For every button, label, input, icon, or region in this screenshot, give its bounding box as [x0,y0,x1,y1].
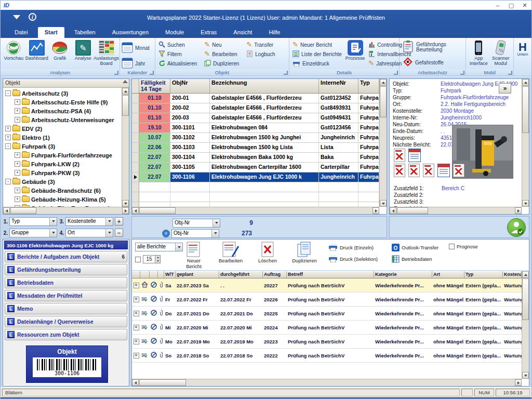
row-selector-cell[interactable] [132,123,139,132]
object-table-row[interactable]: 22.07300-1106Elektrohubwagen Jung EJC 10… [132,172,379,182]
detail-vertical-scrollbar[interactable] [522,79,529,207]
duplizieren-toolbar-button[interactable]: Duplizieren [289,241,320,263]
app-interface-button[interactable]: App Interface [468,39,490,69]
tree-item[interactable]: +Arbeitsschutz-PSA (4) [3,107,122,115]
tree-item[interactable]: +Fuhrpark-PKW (3) [3,168,122,177]
bearbeiten-button[interactable]: ✎ Bearbeiten [203,50,241,58]
filter-ort-dropdown[interactable]: Ort [65,229,113,237]
object-table-row[interactable]: 10.07300-1102Elektrohubwagen 1500 kg Jun… [132,133,379,143]
row-expander[interactable] [132,325,140,330]
tree-item[interactable]: -Arbeitsschutz (3) [3,89,122,98]
report-row[interactable]: Sa22.07.2023 Sa. .20227Prüfung nach Betr… [132,278,522,292]
column-objnr[interactable]: ObjNr [170,79,210,93]
col-geplant[interactable]: geplant [176,271,219,278]
duplizieren-button[interactable]: Duplizieren [203,59,241,68]
col-auftrag[interactable]: Auftrag [263,271,287,278]
report-row[interactable]: ✉Fr22.07.2022 Fr22.07.2022 Fr20226Prüfun… [132,292,522,307]
tree-expander-icon[interactable]: + [15,196,20,202]
column-bezeichnung[interactable]: Bezeichnung [210,79,319,93]
sidebar-item[interactable]: EGefährdungsbeurteilung [5,264,127,275]
row-expander[interactable] [132,311,140,316]
tree-item[interactable]: +Elektro (1) [3,133,122,142]
scanner-modul-button[interactable]: Scanner Modul [490,39,512,69]
menu-start[interactable]: Start [38,27,64,38]
prognose-checkbox[interactable]: Prognose [449,244,478,249]
minimize-button[interactable]: – [491,2,504,8]
tree-column-header[interactable]: Objekt [3,79,129,88]
menu-auswertungen[interactable]: Auswertungen [105,27,155,38]
einzeldruck-button[interactable]: Einzeldruck [291,59,343,68]
col-durchgefuehrt[interactable]: durchgeführt [219,271,263,278]
tree-expander-icon[interactable]: + [15,117,20,123]
analyse-button[interactable]: ✎ Analyse [72,39,95,69]
pdf-doc-icon[interactable] [423,164,434,177]
row-expander[interactable] [132,297,140,302]
menu-tabellen[interactable]: Tabellen [68,27,102,38]
col-typ[interactable]: Typ [464,271,503,278]
tree-item[interactable]: +Fuhrpark-Flurförderfahrzeuge [3,151,122,159]
object-table-vertical-scrollbar[interactable] [379,79,387,207]
col-art[interactable]: Art [432,271,464,278]
report-row[interactable]: ✉Mi22.07.2020 Mi22.07.2020 Mi20224Prüfun… [132,321,522,335]
betriebsdaten-button[interactable]: Betriebsdaten [392,255,432,263]
row-selector-cell[interactable] [132,153,139,162]
tree-expander-icon[interactable]: + [15,170,20,176]
liste-der-berichte-button[interactable]: Liste der Berichte [291,50,343,58]
auslastungsboard-button[interactable]: Auslastungs Board [95,39,118,69]
row-selector-cell[interactable] [132,133,139,142]
dialog-launcher-icon[interactable] [394,71,398,75]
schedule-icon[interactable] [437,164,450,177]
pdf-doc-icon[interactable] [394,164,405,177]
sidebar-item[interactable]: EBetriebsdaten [5,277,127,288]
filter-kostenstelle-dropdown[interactable]: Kostenstelle [65,217,113,226]
row-selector-cell[interactable] [132,163,139,172]
neuer-bericht-button[interactable]: ✎ Neuer Bericht [291,41,343,49]
menu-ansicht[interactable]: Ansicht [227,27,259,38]
page-size-spinner[interactable]: 15 [143,255,161,263]
sidebar-item[interactable]: EBerichte / Aufgaben zum Objekt6 [5,251,127,262]
more-button[interactable]: » [499,83,511,94]
detail-horizontal-scrollbar[interactable] [390,207,522,214]
filter-gruppe-dropdown[interactable]: Gruppe [9,229,57,237]
attachment-doc-icon[interactable] [453,164,464,177]
col-kostenart[interactable]: Kostenart [503,271,522,278]
suchen-button[interactable]: Suchen [157,41,198,49]
report-row[interactable]: ✉Do22.07.2021 Do22.07.2021 Do20225Prüfun… [132,307,522,321]
column-internenr[interactable]: InterneNr [319,79,358,93]
close-button[interactable]: ✕ [518,2,531,9]
object-table-row[interactable]: 19.10300-1101Elektrohubwagen 084Gst01234… [132,123,379,133]
druck-einzeln-button[interactable]: Druck (Einzeln) [328,244,374,251]
col-betreff[interactable]: Betreff [287,271,374,278]
tree-item[interactable]: -Gebäude (3) [3,177,122,186]
row-selector-cell[interactable] [132,113,139,123]
logbuch-button[interactable]: Logbuch [245,50,276,58]
sidebar-item[interactable]: EDateianhänge / Querverweise [5,316,127,327]
tree-expander-icon[interactable]: + [5,126,11,131]
tree-expander-icon[interactable]: - [5,90,11,96]
object-table-row[interactable]: 01.10200-03Gabelstapler E4566 , Flurförd… [132,113,379,123]
limit-checkbox[interactable] [135,257,141,262]
tree-expander-icon[interactable]: - [5,143,11,149]
report-horizontal-scrollbar[interactable] [132,379,522,386]
object-table-row[interactable]: 01.10200-01Gabelstapler E4566 , Flurförd… [132,94,379,103]
pdf-doc-icon[interactable] [408,164,420,177]
tree-horizontal-scrollbar[interactable] [3,207,129,214]
dialog-launcher-icon[interactable] [284,71,288,75]
report-vertical-scrollbar[interactable] [522,271,529,379]
tree-item[interactable]: +Arbeitsschutz-Erste Hilfe (9) [3,98,122,107]
object-table-row[interactable]: 22.07300-1104Elektrohubwagen Baka 1000 k… [132,153,379,163]
jahr-button[interactable]: Jahr [122,56,153,71]
row-selector-cell[interactable] [132,172,139,182]
row-selector-cell[interactable] [132,94,139,103]
sidebar-item[interactable]: EMemo [5,303,127,314]
menu-datei[interactable]: Datei [8,27,35,38]
object-table-row[interactable]: 01.10200-02Gabelstapler E4566 , Flurförd… [132,103,379,113]
tree-expander-icon[interactable]: + [5,135,11,140]
row-expander[interactable] [132,339,140,344]
dialog-launcher-icon[interactable] [150,71,154,75]
row-selector-cell[interactable] [132,103,139,113]
column-typ[interactable]: Typ [358,79,379,93]
object-table-horizontal-scrollbar[interactable] [132,207,379,214]
neuer-bericht-toolbar-button[interactable]: Neuer Bericht [182,241,206,269]
row-selector-cell[interactable] [132,143,139,152]
